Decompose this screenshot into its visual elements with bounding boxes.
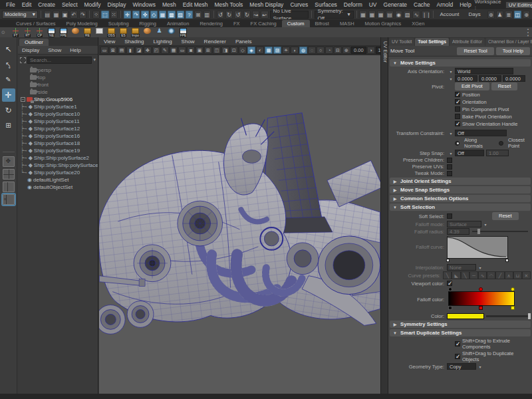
shelf-button-oss[interactable]: OSS [106,28,116,37]
show-orientation-handle-checkbox[interactable] [455,121,460,126]
curve-1-icon[interactable]: ↝ [252,11,259,19]
2d-pan-zoom-icon[interactable]: ✥ [144,47,152,54]
transform-constraint-field[interactable]: Off [455,130,507,136]
bookmark-icon[interactable]: ▮ [126,47,134,54]
select-component-icon[interactable]: ⁙ [110,11,118,19]
outliner-item-polysurface[interactable]: ┝→◆Ship:polySurface12 [21,125,98,132]
ramp-key-yellow-bottom[interactable] [511,306,515,310]
motion-blur-icon[interactable]: ◌ [308,47,316,54]
snap-point-icon[interactable]: ✜ [141,11,148,19]
construction-history-icon[interactable]: ↺ [234,11,241,19]
menu-curves[interactable]: Curves [287,1,311,8]
curve-handle-right[interactable] [505,259,509,262]
account-link[interactable]: Account [436,11,464,17]
outliner-menu-show[interactable]: Show [44,47,65,53]
camera-attributes-icon[interactable]: ▤ [118,47,126,54]
shelf-tab-rendering[interactable]: Rendering [194,20,228,27]
dropdown-arrow-icon[interactable]: ▾ [447,76,455,81]
geometry-type-field[interactable]: Copy [447,363,476,370]
undo-icon[interactable]: ↶ [70,11,77,19]
isolate-select-icon[interactable]: ◔ [325,47,333,54]
falloff-color-ramp[interactable] [448,287,515,310]
falloff-curve-graph[interactable] [447,236,508,259]
shelf-tab-curves-surfaces[interactable]: Curves / Surfaces [11,20,61,27]
frame-all-icon[interactable]: ⊡ [230,47,238,54]
section-symmetry-settings[interactable]: ▶Symmetry Settings [390,321,531,328]
settings-window-icon[interactable]: ⊛ [487,11,495,19]
viewport-color-checkbox[interactable] [447,281,452,286]
viewport-menu-lighting[interactable]: Lighting [149,39,177,45]
lighting-all-icon[interactable]: ☀ [282,47,290,54]
shelf-tab-motion-graphics[interactable]: Motion Graphics [360,20,407,27]
snap-view-plane-icon[interactable]: ▦ [159,11,166,19]
dropdown-arrow-icon[interactable]: ▾ [476,364,484,369]
shelf-tab-mash[interactable]: MASH [334,20,360,27]
textured-icon[interactable]: ◐ [256,47,264,54]
selection-filter-icon[interactable] [20,57,26,63]
layout-two-pane-button[interactable] [3,182,15,192]
tab-channel-box[interactable]: Channel Box / Layer Editor [485,38,532,46]
section-move-settings[interactable]: ▼ Move Settings [390,59,531,66]
shelf-tab-poly-modeling[interactable]: Poly Modeling [61,20,103,27]
shadows-icon[interactable]: ◗ [291,47,299,54]
outliner-menu-help[interactable]: Help [66,47,84,53]
outliner-item-objectset[interactable]: ◉defaultObjectSet [21,184,98,191]
viewport-menu-panels[interactable]: Panels [231,39,256,45]
workspace-dropdown[interactable]: UV Editing*▾ [505,1,532,9]
menu-modify[interactable]: Modify [81,1,104,8]
render-view-icon[interactable]: ▦ [359,11,366,19]
pin-component-pivot-checkbox[interactable] [455,106,460,112]
section-joint-orient-settings[interactable]: ▶Joint Orient Settings [390,178,531,185]
save-scene-icon[interactable]: ▣ [61,11,68,19]
shelf-button-character[interactable]: ♟ [154,28,164,37]
snap-grid-icon[interactable]: ✛ [124,11,131,19]
menu-mesh-display[interactable]: Mesh Display [246,1,287,8]
outliner-menu-display[interactable]: Display [18,47,43,53]
preserve-uvs-checkbox[interactable] [447,164,452,170]
outliner-tab[interactable]: Outliner [19,39,49,46]
pivot-reset-button[interactable]: Reset [491,82,518,90]
shaded-icon[interactable]: ◈ [247,47,255,54]
outliner-item-polysurface[interactable]: ┝→◆Ship:Ship:polySurface2 [21,154,98,162]
screen-space-ao-icon[interactable]: ◍ [299,47,307,54]
uv-editor-side-tab[interactable]: UV Editor [380,37,388,394]
shelf-button-rt[interactable]: RT [23,28,33,37]
outliner-item-polysurface[interactable]: ┝→◆Ship:polySurface19 [21,147,98,154]
position-checkbox[interactable] [455,92,460,97]
gate-mask-icon[interactable]: ▣ [196,47,203,54]
move-z-field[interactable]: 0.0000 [503,75,525,82]
shelf-button-ft[interactable]: FT [11,28,21,37]
curve-preset-button[interactable]: ◠ [487,271,495,279]
render-settings-icon[interactable]: ▤ [386,11,393,19]
viewport-panel[interactable]: View Shading Lighting Show Renderer Pane… [99,37,380,394]
curve-preset-button[interactable]: ✕ [522,271,531,279]
grid-icon[interactable]: ▦ [170,47,178,54]
menu-file[interactable]: File [3,1,19,8]
menu-arnold[interactable]: Arnold [434,1,457,8]
falloff-mode-field[interactable]: Surface [447,221,481,227]
make-live-icon[interactable]: ▩ [168,11,175,19]
snap-curve-icon[interactable]: ↷ [132,11,140,19]
ramp-key-yellow-top[interactable] [511,287,515,291]
curve-preset-button[interactable]: ╲ [461,271,469,279]
select-camera-icon[interactable]: ▭ [100,47,108,54]
panel-toggle-icon[interactable]: ◫ [514,11,521,19]
film-gate-icon[interactable]: ▭ [178,47,186,54]
shelf-gear-icon[interactable]: ⊙ [1,30,5,35]
select-object-icon[interactable]: ⬚ [101,11,108,19]
highlight-selection-icon[interactable]: ▥ [203,11,211,19]
shelf-scrollbar[interactable]: ▲●▼ [525,27,531,37]
lock-selection-icon[interactable]: ⊠ [194,11,201,19]
wireframe-icon[interactable]: ◇ [239,47,247,54]
grease-pencil-icon[interactable]: ✎ [161,47,169,54]
paint-select-tool-icon[interactable]: ✎ [2,73,15,86]
symmetry-field[interactable]: Symmetry: Off▾ [315,11,354,19]
chevron-down-icon[interactable]: ▾ [93,57,96,63]
bake-pivot-orientation-checkbox[interactable] [455,114,460,119]
shelf-tab-sculpting[interactable]: Sculpting [103,20,134,27]
soft-select-checkbox[interactable] [447,213,452,219]
closest-point-radio[interactable] [499,141,503,146]
default-material-icon[interactable]: ▨ [273,47,281,54]
curve-preset-button[interactable]: ╱ [495,271,504,279]
shelf-tab-fx[interactable]: FX [228,20,245,27]
